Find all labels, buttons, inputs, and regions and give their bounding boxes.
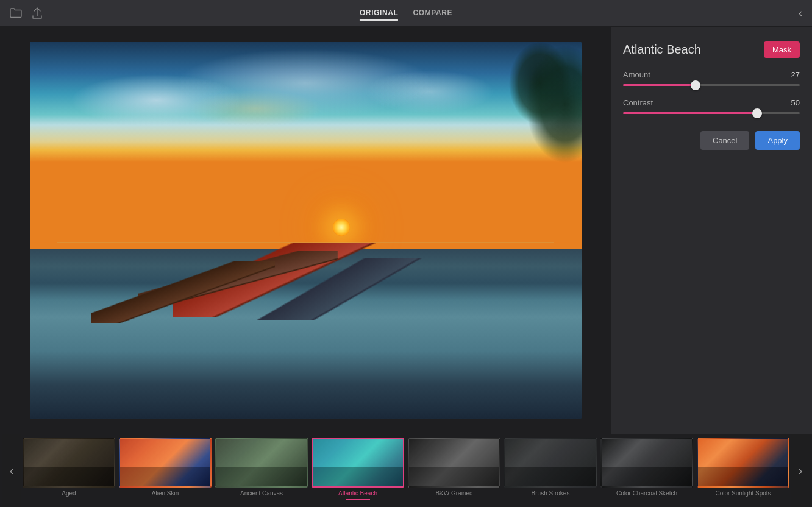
back-button[interactable]: ‹ — [799, 7, 802, 20]
filmstrip-label-atlantic-beach: Atlantic Beach — [312, 490, 404, 497]
right-panel: Atlantic Beach Mask Amount 27 Contrast 5… — [611, 27, 812, 434]
filmstrip-item-atlantic-beach[interactable]: Atlantic Beach — [310, 438, 406, 500]
filmstrip-thumb-bw-grained — [408, 438, 500, 488]
filmstrip-item-brush-strokes[interactable]: Brush Strokes — [502, 438, 599, 497]
contrast-label-row: Contrast 50 — [623, 98, 800, 107]
amount-value: 27 — [791, 70, 800, 79]
filmstrip-thumb-alien-skin — [119, 438, 212, 488]
filmstrip-item-alien-skin[interactable]: Alien Skin — [117, 438, 213, 497]
filmstrip-thumb-aged — [23, 438, 115, 488]
filmstrip-label-ancient-canvas: Ancient Canvas — [215, 490, 308, 497]
filmstrip-label-color-charcoal: Color Charcoal Sketch — [600, 490, 693, 497]
contrast-slider-track[interactable] — [623, 112, 800, 114]
main-image — [30, 42, 582, 419]
main-area: Atlantic Beach Mask Amount 27 Contrast 5… — [0, 27, 812, 434]
filmstrip: ‹ AgedAlien SkinAncient CanvasAtlantic B… — [0, 434, 812, 507]
toolbar-right: ‹ — [799, 7, 802, 20]
contrast-slider-thumb[interactable] — [752, 108, 762, 118]
original-view-button[interactable]: ORIGINAL — [360, 6, 398, 21]
filmstrip-label-aged: Aged — [23, 490, 115, 497]
toolbar-center: ORIGINAL COMPARE — [360, 6, 452, 21]
share-icon[interactable] — [32, 7, 44, 20]
amount-slider-row: Amount 27 — [623, 70, 800, 86]
panel-title: Atlantic Beach — [623, 43, 701, 57]
filmstrip-label-brush-strokes: Brush Strokes — [504, 490, 597, 497]
panel-header: Atlantic Beach Mask — [623, 41, 800, 58]
filmstrip-thumb-atlantic-beach — [312, 438, 404, 488]
contrast-label: Contrast — [623, 98, 653, 107]
apply-button[interactable]: Apply — [755, 131, 800, 150]
filmstrip-label-bw-grained: B&W Grained — [408, 490, 500, 497]
filmstrip-thumb-brush-strokes — [504, 438, 597, 488]
image-area — [0, 27, 611, 434]
cancel-button[interactable]: Cancel — [700, 131, 749, 150]
mask-button[interactable]: Mask — [764, 41, 800, 58]
filmstrip-item-aged[interactable]: Aged — [21, 438, 117, 497]
compare-view-button[interactable]: COMPARE — [413, 6, 452, 21]
filmstrip-thumb-ancient-canvas — [215, 438, 308, 488]
toolbar-left — [10, 7, 44, 20]
amount-label: Amount — [623, 70, 650, 79]
filmstrip-prev-button[interactable]: ‹ — [2, 434, 21, 507]
boats-layer — [57, 174, 582, 381]
toolbar: ORIGINAL COMPARE ‹ — [0, 0, 812, 27]
filmstrip-item-color-sunlight[interactable]: Color Sunlight Spots — [695, 438, 791, 497]
filmstrip-label-alien-skin: Alien Skin — [119, 490, 212, 497]
filmstrip-next-button[interactable]: › — [791, 434, 810, 507]
contrast-value: 50 — [791, 98, 800, 107]
contrast-slider-row: Contrast 50 — [623, 98, 800, 114]
folder-icon[interactable] — [10, 7, 22, 20]
amount-slider-thumb[interactable] — [691, 80, 700, 90]
amount-label-row: Amount 27 — [623, 70, 800, 79]
filmstrip-label-color-sunlight: Color Sunlight Spots — [697, 490, 789, 497]
amount-slider-track[interactable] — [623, 84, 800, 86]
filmstrip-thumb-color-sunlight — [697, 438, 789, 488]
filmstrip-item-color-charcoal[interactable]: Color Charcoal Sketch — [599, 438, 695, 497]
filmstrip-thumb-color-charcoal — [600, 438, 693, 488]
filmstrip-item-ancient-canvas[interactable]: Ancient Canvas — [213, 438, 310, 497]
action-buttons: Cancel Apply — [623, 131, 800, 150]
filmstrip-items: AgedAlien SkinAncient CanvasAtlantic Bea… — [21, 434, 791, 507]
filmstrip-item-bw-grained[interactable]: B&W Grained — [406, 438, 502, 497]
